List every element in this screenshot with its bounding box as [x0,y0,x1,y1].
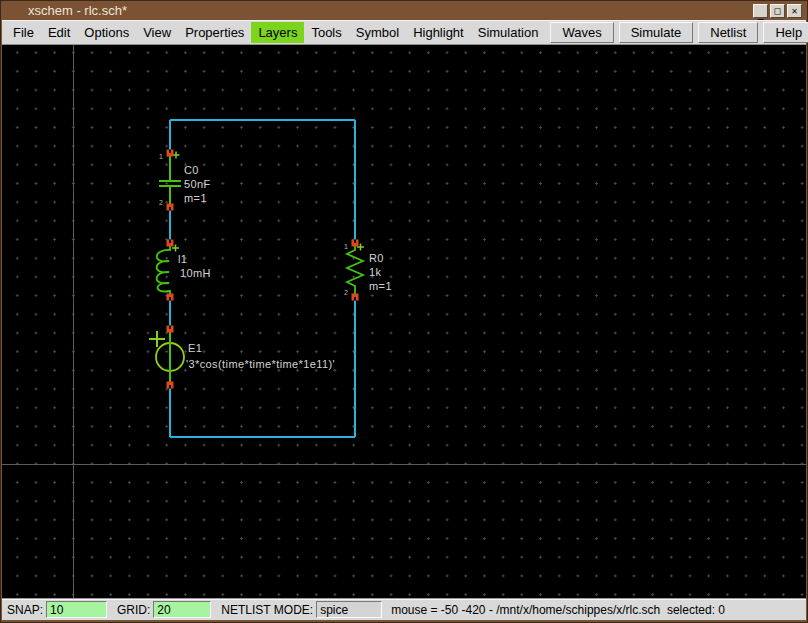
c0-refdes[interactable]: C0 [184,164,199,176]
c0-pin2-number: 2 [159,199,163,206]
status-bar: SNAP: 10 GRID: 20 NETLIST MODE: spice mo… [2,598,806,620]
waves-button[interactable]: Waves [550,22,613,43]
menu-tools[interactable]: Tools [304,22,348,43]
menu-properties[interactable]: Properties [178,22,251,43]
schematic-canvas[interactable]: C0 50nF m=1 1 2 l1 10mH E1 '3*cos(time*t… [2,45,806,598]
r0-mult[interactable]: m=1 [369,280,392,292]
r0-value[interactable]: 1k [369,266,382,278]
menu-bar: File Edit Options View Properties Layers… [2,20,806,45]
menu-symbol[interactable]: Symbol [349,22,406,43]
inductor-l1[interactable] [157,245,179,297]
e1-refdes[interactable]: E1 [188,342,202,354]
simulate-button[interactable]: Simulate [619,22,694,43]
netlist-mode-label: NETLIST MODE: [221,603,313,617]
menu-file[interactable]: File [6,22,41,43]
maximize-button[interactable]: □ [770,4,785,18]
title-bar[interactable]: xschem - rlc.sch* _ □ ✕ [2,1,806,20]
r0-pin1-number: 1 [344,243,348,250]
netlist-mode-input[interactable]: spice [316,601,382,618]
mouse-coordinates-info: mouse = -50 -420 - /mnt/x/home/schippes/… [391,603,725,617]
snap-input[interactable]: 10 [46,601,107,618]
menu-edit[interactable]: Edit [41,22,77,43]
l1-refdes[interactable]: l1 [178,253,187,265]
c0-value[interactable]: 50nF [184,178,211,190]
resistor-r0[interactable] [347,244,364,297]
r0-refdes[interactable]: R0 [369,252,384,264]
c0-mult[interactable]: m=1 [184,192,207,204]
l1-value[interactable]: 10mH [180,267,211,279]
c0-pin1-number: 1 [159,153,163,160]
menu-layers[interactable]: Layers [251,22,304,43]
menu-options[interactable]: Options [77,22,136,43]
circuit-drawing: C0 50nF m=1 1 2 l1 10mH E1 '3*cos(time*t… [2,45,806,598]
minimize-button[interactable]: _ [753,4,768,18]
window-title: xschem - rlc.sch* [28,3,127,18]
grid-input[interactable]: 20 [153,601,211,618]
toolbar-buttons: Waves Simulate Netlist Help [545,22,808,43]
e1-value[interactable]: '3*cos(time*time*time*1e11)' [186,358,335,370]
voltage-source-e1[interactable] [149,331,184,382]
window-controls: _ □ ✕ [753,4,802,18]
plus-polarity-icon [173,152,180,159]
close-button[interactable]: ✕ [787,4,802,18]
xschem-window: xschem - rlc.sch* _ □ ✕ File Edit Option… [0,0,808,623]
snap-label: SNAP: [7,603,43,617]
netlist-button[interactable]: Netlist [698,22,758,43]
menu-highlight[interactable]: Highlight [406,22,471,43]
menu-simulation[interactable]: Simulation [471,22,546,43]
help-button[interactable]: Help [763,22,808,43]
r0-pin2-number: 2 [344,289,348,296]
menu-view[interactable]: View [136,22,178,43]
grid-label: GRID: [117,603,150,617]
